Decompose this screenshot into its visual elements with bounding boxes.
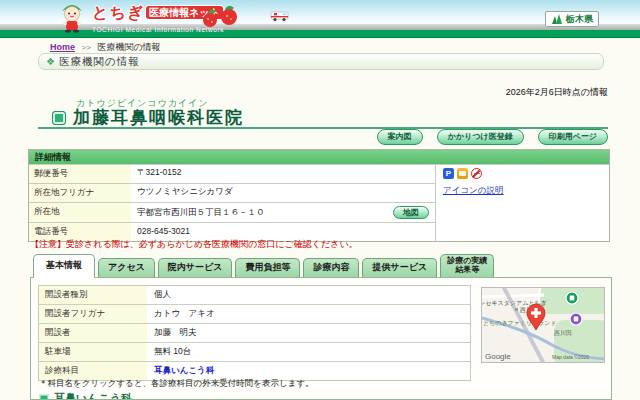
- pref-logo-icon: [551, 14, 563, 25]
- icon-legend-link[interactable]: アイコンの説明: [443, 185, 504, 197]
- breadcrumb-current: 医療機関の情報: [97, 42, 160, 52]
- diamond-icon: ❖: [46, 57, 55, 67]
- mascot-icon: [56, 1, 88, 33]
- row-value: 028-645-3021: [137, 226, 190, 236]
- pref-button-label: 栃木県: [566, 13, 593, 26]
- basic-info-table: 開設者種別 個人 開設者フリガナ カトウ アキオ 開設者 加藤 明夫 駐車場 無…: [38, 285, 471, 381]
- facility-icons-area: P アイコンの説明: [435, 164, 609, 241]
- row-label: 郵便番号: [29, 165, 131, 183]
- map-label-town: 西川田: [554, 330, 572, 337]
- row-value: カトウ アキオ: [147, 305, 470, 323]
- clinic-bullet-icon: [52, 111, 66, 125]
- no-smoking-icon: [471, 168, 482, 179]
- strawberries-icon: [198, 3, 240, 31]
- guide-map-button[interactable]: 案内図: [377, 129, 423, 145]
- row-value: 宇都宮市西川田５丁目１６－１０: [137, 207, 265, 219]
- breadcrumb-home-link[interactable]: Home: [50, 42, 75, 52]
- row-label: 開設者フリガナ: [39, 305, 147, 323]
- amenity-icon: [457, 168, 468, 179]
- tab-costs[interactable]: 費用負担等: [235, 258, 300, 277]
- table-row: 所在地 宇都宮市西川田５丁目１６－１０ 地図: [29, 202, 435, 222]
- table-row: 開設者フリガナ カトウ アキオ: [39, 304, 470, 323]
- site-title-main: とちぎ: [92, 4, 144, 21]
- section-title: 医療機関の情報: [59, 55, 140, 69]
- department-heading-label: 耳鼻いんこう科: [54, 391, 132, 400]
- row-value: ウツノミヤシニシカワダ: [137, 186, 233, 198]
- tab-access[interactable]: アクセス: [98, 258, 155, 277]
- row-value: 無料 10台: [147, 343, 470, 361]
- tab-results[interactable]: 診療の実績 結果等: [440, 254, 494, 277]
- row-label: 所在地: [29, 203, 131, 222]
- info-date-note: 2026年2月6日時点の情報: [506, 86, 608, 99]
- detail-table-header: 詳細情報: [29, 150, 609, 164]
- table-row: 所在地フリガナ ウツノミヤシニシカワダ: [29, 183, 435, 202]
- section-bullet-icon: [39, 394, 49, 400]
- google-map-thumbnail[interactable]: カンセキスタジアムとちぎ 西川田 とちのきファミリーランド 西川田 Google…: [481, 287, 605, 363]
- caution-notice: 【注意】受診される際は、必ずあらかじめ各医療機関の窓口にご確認ください。: [30, 238, 358, 251]
- ambulance-icon: [270, 10, 290, 22]
- map-copyright: Map data ©2026: [552, 354, 589, 360]
- tab-provided-services[interactable]: 提供サービス: [362, 258, 437, 277]
- family-doctor-register-button[interactable]: かかりつけ医登録: [437, 129, 524, 145]
- table-row: 郵便番号 〒321-0152: [29, 164, 435, 183]
- department-footnote: ＊科目名をクリックすると、各診療科目の外来受付時間を表示します。: [39, 378, 314, 390]
- clinic-name: 加藤耳鼻咽喉科医院: [73, 106, 244, 129]
- map-button[interactable]: 地図: [393, 206, 429, 220]
- row-value: 加藤 明夫: [147, 324, 470, 342]
- basic-info-panel: 開設者種別 個人 開設者フリガナ カトウ アキオ 開設者 加藤 明夫 駐車場 無…: [30, 277, 612, 400]
- action-buttons: 案内図 かかりつけ医登録 印刷用ページ: [377, 129, 608, 145]
- section-header: ❖ 医療機関の情報: [38, 53, 604, 70]
- row-value: 個人: [147, 286, 470, 304]
- table-row: 駐車場 無料 10台: [39, 342, 470, 361]
- print-page-button[interactable]: 印刷用ページ: [538, 129, 608, 145]
- google-logo: Google: [485, 352, 511, 361]
- row-label: 所在地フリガナ: [29, 184, 131, 202]
- tab-bar: 基本情報 アクセス 院内サービス 費用負担等 診療内容 提供サービス 診療の実績…: [33, 251, 497, 277]
- tab-hospital-services[interactable]: 院内サービス: [158, 258, 233, 277]
- parking-icon: P: [443, 168, 454, 179]
- tab-treatment[interactable]: 診療内容: [303, 258, 359, 277]
- pref-tochigi-button[interactable]: 栃木県: [545, 11, 599, 27]
- row-label: 開設者種別: [39, 286, 147, 304]
- row-label: 開設者: [39, 324, 147, 342]
- breadcrumb-separator: >>: [82, 43, 91, 52]
- department-section-heading: 耳鼻いんこう科: [39, 391, 132, 400]
- row-value: 〒321-0152: [137, 167, 181, 179]
- tab-basic-info[interactable]: 基本情報: [33, 254, 95, 278]
- detail-table: 詳細情報 郵便番号 〒321-0152 所在地フリガナ ウツノミヤシニシカワダ …: [28, 149, 610, 242]
- row-label: 駐車場: [39, 343, 147, 361]
- table-row: 開設者 加藤 明夫: [39, 323, 470, 342]
- map-label-familyland: とちのきファミリーランド: [483, 320, 557, 327]
- table-row: 開設者種別 個人: [39, 286, 470, 304]
